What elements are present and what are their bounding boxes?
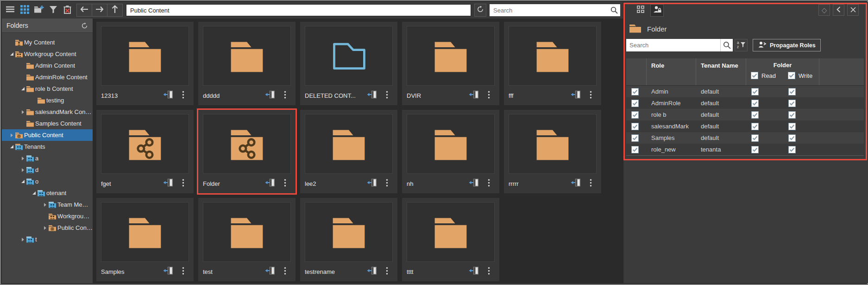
export-folder-button[interactable]: [468, 90, 480, 101]
tree-item-team-member-co-[interactable]: Team Member Co...: [2, 199, 93, 210]
export-folder-button[interactable]: [162, 178, 174, 189]
read-checkbox[interactable]: [751, 146, 759, 153]
filter-button[interactable]: [48, 5, 59, 16]
tile-menu-button[interactable]: [279, 90, 291, 101]
tree-item-t[interactable]: t: [2, 234, 93, 245]
roles-search-input[interactable]: [626, 39, 720, 51]
folder-tile-nh[interactable]: nh: [402, 110, 499, 193]
write-checkbox[interactable]: [788, 123, 796, 130]
write-checkbox[interactable]: [788, 134, 796, 142]
folder-tile-fget[interactable]: fget: [96, 110, 194, 193]
tree-item-salesandmark-content[interactable]: salesandMark Content: [2, 106, 93, 118]
close-panel-button[interactable]: [847, 4, 859, 16]
tile-menu-button[interactable]: [279, 178, 291, 189]
folder-tile-test[interactable]: test: [198, 198, 296, 281]
row-select-checkbox[interactable]: [631, 146, 639, 153]
tree-expander-collapsed-icon[interactable]: [19, 168, 26, 172]
read-checkbox[interactable]: [751, 123, 759, 130]
grid-view-button[interactable]: [19, 5, 30, 16]
export-folder-button[interactable]: [162, 90, 174, 101]
tree-item-my-content[interactable]: My Content: [2, 37, 93, 48]
tile-menu-button[interactable]: [381, 178, 393, 189]
tree-expander-collapsed-icon[interactable]: [19, 238, 26, 241]
tile-menu-button[interactable]: [483, 90, 495, 101]
tree-item-workgroup-content[interactable]: Workgroup Content: [2, 48, 93, 60]
read-all-checkbox[interactable]: [751, 72, 758, 79]
export-folder-button[interactable]: [570, 178, 582, 189]
row-select-checkbox[interactable]: [631, 111, 639, 119]
tile-menu-button[interactable]: [177, 266, 189, 277]
tree-item-public-content[interactable]: Public Content: [2, 222, 93, 234]
tree-expander-collapsed-icon[interactable]: [19, 110, 26, 114]
tree-item-admin-content[interactable]: Admin Content: [2, 60, 93, 71]
export-folder-button[interactable]: [366, 178, 378, 189]
back-button[interactable]: [77, 4, 92, 16]
folder-tile-tttt[interactable]: tttt: [402, 198, 499, 281]
breadcrumb-path-input[interactable]: [126, 4, 471, 16]
tile-menu-button[interactable]: [585, 178, 597, 189]
export-folder-button[interactable]: [570, 90, 582, 101]
tree-item-testing[interactable]: testing: [2, 95, 93, 106]
tile-menu-button[interactable]: [177, 178, 189, 189]
tile-menu-button[interactable]: [585, 90, 597, 101]
row-select-checkbox[interactable]: [631, 88, 639, 95]
tree-item-workgroup-content[interactable]: Workgroup Content: [2, 210, 93, 222]
tile-menu-button[interactable]: [381, 266, 393, 277]
read-checkbox[interactable]: [751, 111, 759, 119]
propagate-roles-button[interactable]: Propagate Roles: [753, 39, 821, 51]
tree-expander-expanded-icon[interactable]: [8, 145, 15, 148]
user-permissions-button[interactable]: [650, 4, 664, 17]
read-checkbox[interactable]: [751, 134, 759, 142]
role-row-role-new[interactable]: role_newtenanta: [626, 144, 864, 155]
export-folder-button[interactable]: [162, 266, 174, 277]
tree-item-public-content[interactable]: Public Content: [2, 129, 93, 141]
folder-tile-ddddd[interactable]: ddddd: [198, 22, 296, 105]
tree-item-tenants[interactable]: Tenants: [2, 141, 93, 152]
read-checkbox[interactable]: [751, 88, 759, 95]
write-checkbox[interactable]: [788, 111, 796, 119]
export-folder-button[interactable]: [264, 90, 276, 101]
role-row-role-b[interactable]: role bdefault: [626, 109, 864, 120]
export-folder-button[interactable]: [468, 178, 480, 189]
folder-tile-rrrrr[interactable]: rrrrr: [504, 110, 601, 193]
forward-button[interactable]: [92, 4, 107, 16]
tree-item-a[interactable]: a: [2, 152, 93, 164]
new-folder-button[interactable]: [33, 5, 44, 16]
folder-tile-deleted-cont-[interactable]: DELETED CONT...: [300, 22, 397, 105]
tree-item-o[interactable]: o: [2, 176, 93, 187]
folder-tile-testrename[interactable]: testrename: [300, 198, 397, 281]
tree-expander-collapsed-icon[interactable]: [8, 133, 15, 137]
write-checkbox[interactable]: [788, 88, 796, 95]
tile-menu-button[interactable]: [279, 266, 291, 277]
export-folder-button[interactable]: [366, 90, 378, 101]
tile-menu-button[interactable]: [483, 266, 495, 277]
role-row-samples[interactable]: Samplesdefault: [626, 132, 864, 144]
tree-item-adminrole-content[interactable]: AdminRole Content: [2, 71, 93, 83]
role-row-adminrole[interactable]: AdminRoledefault: [626, 97, 864, 109]
tree-expander-expanded-icon[interactable]: [19, 180, 26, 183]
content-blocks-button[interactable]: [635, 4, 646, 16]
export-folder-button[interactable]: [366, 266, 378, 277]
tree-item-samples-content[interactable]: Samples Content: [2, 118, 93, 129]
delete-folder-button[interactable]: [62, 5, 73, 16]
tree-expander-collapsed-icon[interactable]: [42, 203, 48, 207]
folder-tile-dvir[interactable]: DVIR: [402, 22, 499, 105]
list-view-button[interactable]: [5, 5, 16, 16]
pin-button[interactable]: ◇: [818, 4, 830, 16]
tile-menu-button[interactable]: [177, 90, 189, 101]
collapse-panel-button[interactable]: [833, 4, 844, 16]
row-select-checkbox[interactable]: [631, 134, 639, 142]
write-all-checkbox[interactable]: [788, 72, 795, 79]
sort-filter-button[interactable]: az: [735, 39, 748, 51]
row-select-checkbox[interactable]: [631, 123, 639, 130]
read-checkbox[interactable]: [751, 100, 759, 107]
folder-tile-fff[interactable]: fff: [504, 22, 601, 105]
export-folder-button[interactable]: [264, 266, 276, 277]
folder-tile-lee2[interactable]: lee2: [300, 110, 397, 193]
export-folder-button[interactable]: [468, 266, 480, 277]
tree-item-role-b-content[interactable]: role b Content: [2, 83, 93, 95]
tree-expander-expanded-icon[interactable]: [8, 52, 15, 56]
write-checkbox[interactable]: [788, 146, 796, 153]
write-checkbox[interactable]: [788, 100, 796, 107]
main-search-input[interactable]: [490, 7, 608, 14]
